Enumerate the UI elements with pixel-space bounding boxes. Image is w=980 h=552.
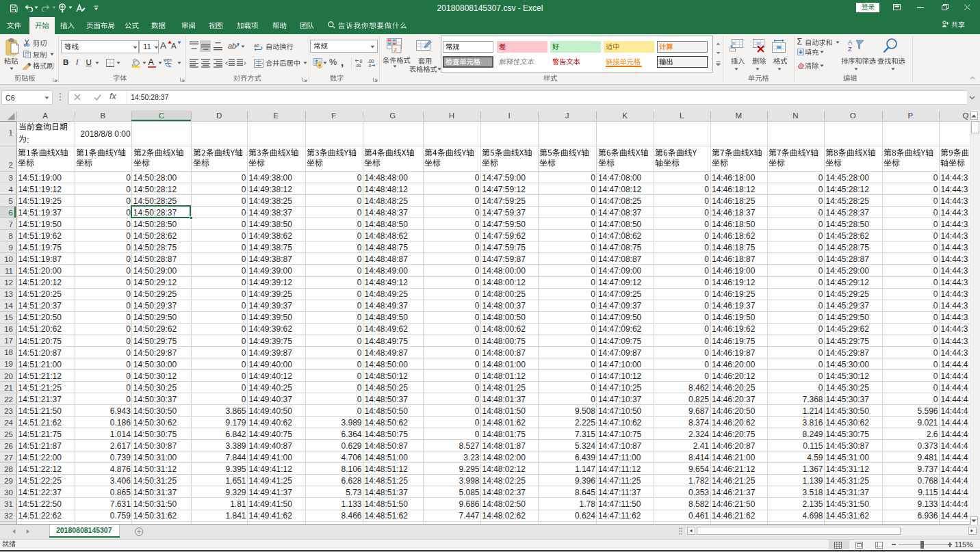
svg-text:≠: ≠ [394, 46, 398, 53]
svg-text:ab: ab [228, 42, 236, 50]
svg-text:.00: .00 [355, 64, 361, 68]
svg-text:.0: .0 [368, 64, 372, 67]
svg-text:Z: Z [848, 45, 852, 53]
svg-text:ab: ab [254, 43, 259, 48]
svg-text:wen: wen [164, 57, 172, 62]
